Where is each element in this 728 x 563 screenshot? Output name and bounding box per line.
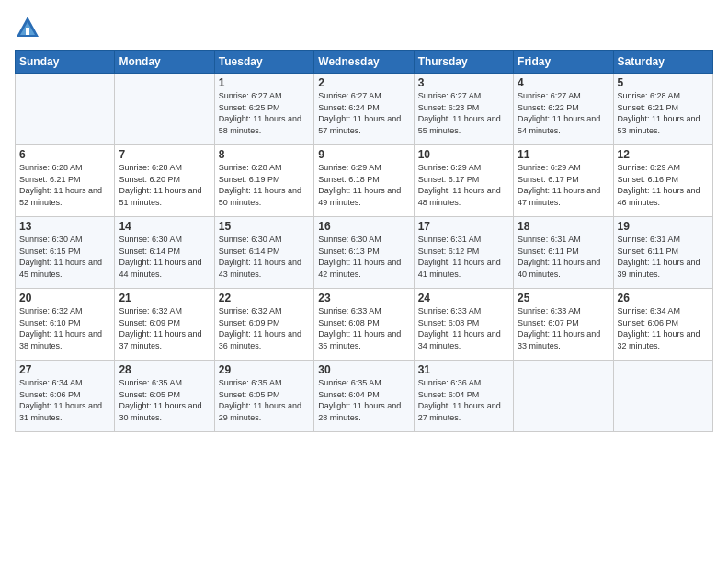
day-number: 27 — [19, 363, 110, 376]
day-number: 15 — [219, 220, 310, 233]
day-info: Sunrise: 6:33 AMSunset: 6:07 PMDaylight:… — [518, 305, 609, 351]
day-number: 25 — [518, 292, 609, 304]
calendar-cell: 1 Sunrise: 6:27 AMSunset: 6:25 PMDayligh… — [214, 74, 313, 145]
svg-rect-2 — [26, 28, 29, 35]
day-info: Sunrise: 6:30 AMSunset: 6:14 PMDaylight:… — [219, 234, 310, 280]
day-info: Sunrise: 6:29 AMSunset: 6:16 PMDaylight:… — [618, 162, 709, 208]
weekday-sunday: Sunday — [16, 51, 115, 74]
calendar-cell: 17 Sunrise: 6:31 AMSunset: 6:12 PMDaylig… — [414, 217, 513, 289]
calendar-cell: 4 Sunrise: 6:27 AMSunset: 6:22 PMDayligh… — [514, 74, 613, 145]
calendar-cell — [514, 361, 613, 432]
calendar-cell: 21 Sunrise: 6:32 AMSunset: 6:09 PMDaylig… — [115, 289, 214, 361]
day-number: 3 — [418, 76, 509, 89]
day-info: Sunrise: 6:35 AMSunset: 6:05 PMDaylight:… — [219, 377, 310, 423]
day-number: 30 — [318, 363, 409, 376]
weekday-tuesday: Tuesday — [214, 51, 313, 74]
header — [15, 15, 713, 40]
day-number: 29 — [219, 363, 310, 376]
day-number: 24 — [418, 292, 509, 304]
logo — [15, 15, 42, 40]
calendar-cell: 22 Sunrise: 6:32 AMSunset: 6:09 PMDaylig… — [214, 289, 313, 361]
day-number: 16 — [318, 220, 409, 233]
weekday-friday: Friday — [514, 51, 613, 74]
calendar-cell: 24 Sunrise: 6:33 AMSunset: 6:08 PMDaylig… — [414, 289, 513, 361]
day-info: Sunrise: 6:32 AMSunset: 6:09 PMDaylight:… — [219, 305, 310, 351]
weekday-header-row: SundayMondayTuesdayWednesdayThursdayFrid… — [16, 51, 713, 74]
week-row-1: 1 Sunrise: 6:27 AMSunset: 6:25 PMDayligh… — [16, 74, 713, 145]
calendar-cell: 15 Sunrise: 6:30 AMSunset: 6:14 PMDaylig… — [214, 217, 313, 289]
day-number: 31 — [418, 363, 509, 376]
calendar-cell: 28 Sunrise: 6:35 AMSunset: 6:05 PMDaylig… — [115, 361, 214, 432]
calendar-cell: 20 Sunrise: 6:32 AMSunset: 6:10 PMDaylig… — [16, 289, 115, 361]
calendar-cell: 13 Sunrise: 6:30 AMSunset: 6:15 PMDaylig… — [16, 217, 115, 289]
day-number: 14 — [119, 220, 210, 233]
day-info: Sunrise: 6:33 AMSunset: 6:08 PMDaylight:… — [418, 305, 509, 351]
day-number: 6 — [19, 148, 110, 161]
calendar-cell: 27 Sunrise: 6:34 AMSunset: 6:06 PMDaylig… — [16, 361, 115, 432]
calendar-cell: 11 Sunrise: 6:29 AMSunset: 6:17 PMDaylig… — [514, 145, 613, 217]
calendar-cell: 6 Sunrise: 6:28 AMSunset: 6:21 PMDayligh… — [16, 145, 115, 217]
page-container: SundayMondayTuesdayWednesdayThursdayFrid… — [0, 0, 728, 440]
day-number: 26 — [618, 292, 709, 304]
calendar-cell: 10 Sunrise: 6:29 AMSunset: 6:17 PMDaylig… — [414, 145, 513, 217]
day-info: Sunrise: 6:27 AMSunset: 6:24 PMDaylight:… — [318, 90, 409, 136]
day-info: Sunrise: 6:30 AMSunset: 6:14 PMDaylight:… — [119, 234, 210, 280]
day-info: Sunrise: 6:28 AMSunset: 6:21 PMDaylight:… — [618, 90, 709, 136]
day-info: Sunrise: 6:28 AMSunset: 6:19 PMDaylight:… — [219, 162, 310, 208]
calendar-cell: 5 Sunrise: 6:28 AMSunset: 6:21 PMDayligh… — [613, 74, 712, 145]
day-info: Sunrise: 6:32 AMSunset: 6:09 PMDaylight:… — [119, 305, 210, 351]
calendar-cell: 8 Sunrise: 6:28 AMSunset: 6:19 PMDayligh… — [214, 145, 313, 217]
weekday-thursday: Thursday — [414, 51, 513, 74]
calendar-cell: 30 Sunrise: 6:35 AMSunset: 6:04 PMDaylig… — [314, 361, 414, 432]
day-number: 22 — [219, 292, 310, 304]
day-info: Sunrise: 6:31 AMSunset: 6:12 PMDaylight:… — [418, 234, 509, 280]
day-info: Sunrise: 6:34 AMSunset: 6:06 PMDaylight:… — [618, 305, 709, 351]
day-info: Sunrise: 6:27 AMSunset: 6:25 PMDaylight:… — [219, 90, 310, 136]
day-info: Sunrise: 6:29 AMSunset: 6:17 PMDaylight:… — [418, 162, 509, 208]
day-info: Sunrise: 6:33 AMSunset: 6:08 PMDaylight:… — [318, 305, 409, 351]
logo-icon — [15, 15, 40, 40]
day-number: 20 — [19, 292, 110, 304]
day-number: 9 — [318, 148, 409, 161]
weekday-wednesday: Wednesday — [314, 51, 414, 74]
calendar-cell: 23 Sunrise: 6:33 AMSunset: 6:08 PMDaylig… — [314, 289, 414, 361]
day-info: Sunrise: 6:28 AMSunset: 6:20 PMDaylight:… — [119, 162, 210, 208]
day-info: Sunrise: 6:35 AMSunset: 6:05 PMDaylight:… — [119, 377, 210, 423]
calendar-cell: 12 Sunrise: 6:29 AMSunset: 6:16 PMDaylig… — [613, 145, 712, 217]
weekday-saturday: Saturday — [613, 51, 712, 74]
day-number: 13 — [19, 220, 110, 233]
day-number: 23 — [318, 292, 409, 304]
day-number: 2 — [318, 76, 409, 89]
calendar-cell: 18 Sunrise: 6:31 AMSunset: 6:11 PMDaylig… — [514, 217, 613, 289]
week-row-2: 6 Sunrise: 6:28 AMSunset: 6:21 PMDayligh… — [16, 145, 713, 217]
calendar-cell: 7 Sunrise: 6:28 AMSunset: 6:20 PMDayligh… — [115, 145, 214, 217]
calendar-cell: 25 Sunrise: 6:33 AMSunset: 6:07 PMDaylig… — [514, 289, 613, 361]
calendar-table: SundayMondayTuesdayWednesdayThursdayFrid… — [15, 50, 713, 432]
calendar-cell — [115, 74, 214, 145]
day-number: 17 — [418, 220, 509, 233]
day-number: 11 — [518, 148, 609, 161]
day-number: 5 — [618, 76, 709, 89]
day-info: Sunrise: 6:30 AMSunset: 6:15 PMDaylight:… — [19, 234, 110, 280]
calendar-cell: 3 Sunrise: 6:27 AMSunset: 6:23 PMDayligh… — [414, 74, 513, 145]
calendar-cell: 16 Sunrise: 6:30 AMSunset: 6:13 PMDaylig… — [314, 217, 414, 289]
calendar-cell: 26 Sunrise: 6:34 AMSunset: 6:06 PMDaylig… — [613, 289, 712, 361]
day-number: 8 — [219, 148, 310, 161]
day-number: 7 — [119, 148, 210, 161]
day-info: Sunrise: 6:34 AMSunset: 6:06 PMDaylight:… — [19, 377, 110, 423]
day-info: Sunrise: 6:31 AMSunset: 6:11 PMDaylight:… — [518, 234, 609, 280]
day-info: Sunrise: 6:35 AMSunset: 6:04 PMDaylight:… — [318, 377, 409, 423]
day-number: 10 — [418, 148, 509, 161]
day-number: 28 — [119, 363, 210, 376]
week-row-4: 20 Sunrise: 6:32 AMSunset: 6:10 PMDaylig… — [16, 289, 713, 361]
calendar-cell: 9 Sunrise: 6:29 AMSunset: 6:18 PMDayligh… — [314, 145, 414, 217]
calendar-cell — [613, 361, 712, 432]
day-info: Sunrise: 6:31 AMSunset: 6:11 PMDaylight:… — [618, 234, 709, 280]
day-number: 21 — [119, 292, 210, 304]
day-number: 19 — [618, 220, 709, 233]
day-number: 18 — [518, 220, 609, 233]
calendar-cell: 2 Sunrise: 6:27 AMSunset: 6:24 PMDayligh… — [314, 74, 414, 145]
calendar-cell: 29 Sunrise: 6:35 AMSunset: 6:05 PMDaylig… — [214, 361, 313, 432]
day-info: Sunrise: 6:29 AMSunset: 6:18 PMDaylight:… — [318, 162, 409, 208]
calendar-cell: 19 Sunrise: 6:31 AMSunset: 6:11 PMDaylig… — [613, 217, 712, 289]
